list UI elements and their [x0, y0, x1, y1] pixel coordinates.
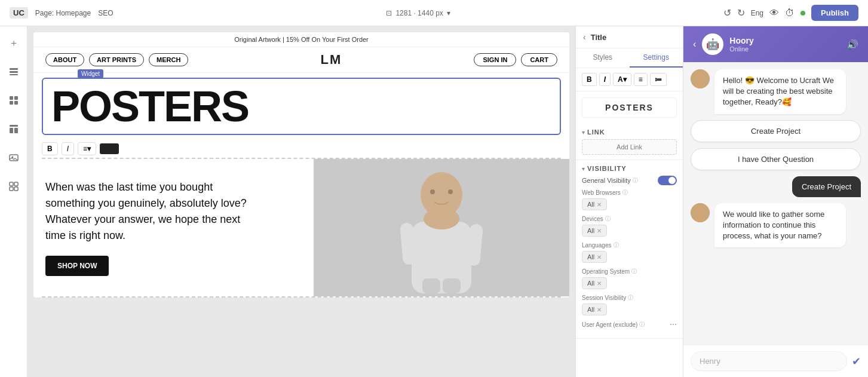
general-visibility-info-icon[interactable]: ⓘ — [633, 177, 638, 185]
user-agent-info-icon[interactable]: ⓘ — [639, 321, 645, 329]
sidebar-components-icon[interactable] — [4, 91, 23, 110]
sign-in-button[interactable]: SIGN IN — [474, 53, 516, 66]
sidebar-media-icon[interactable] — [4, 148, 23, 167]
user-message-row: Create Project — [691, 176, 861, 197]
top-bar-center: ⊡ 1281 · 1440 px ▾ — [386, 9, 450, 17]
chat-messages[interactable]: Hello! 😎 Welcome to Ucraft We will be cr… — [683, 62, 868, 345]
sidebar-add-icon[interactable]: ＋ — [4, 33, 23, 53]
languages-label: Languages ⓘ — [582, 241, 677, 249]
undo-icon[interactable]: ↺ — [723, 7, 731, 19]
resolution-chevron[interactable]: ▾ — [447, 9, 450, 17]
web-browsers-info-icon[interactable]: ⓘ — [622, 189, 628, 197]
redo-icon[interactable]: ↻ — [737, 7, 745, 19]
svg-rect-14 — [10, 187, 13, 191]
publish-button[interactable]: Publish — [811, 5, 858, 21]
bottom-section: When was the last time you bought someth… — [33, 159, 569, 296]
chat-input[interactable] — [691, 351, 847, 371]
languages-tag-remove[interactable]: ✕ — [597, 254, 602, 260]
languages-row: Languages ⓘ All ✕ — [582, 241, 677, 263]
top-bar-left: UC Page: Homepage SEO — [10, 7, 114, 19]
tagline-text: When was the last time you bought someth… — [45, 179, 260, 244]
italic-button[interactable]: I — [62, 142, 74, 155]
general-visibility-toggle[interactable] — [658, 176, 677, 185]
user-agent-row: User Agent (exclude) ⓘ ⋯ — [582, 320, 677, 329]
web-browsers-tag: All ✕ — [582, 198, 607, 210]
web-browsers-tag-remove[interactable]: ✕ — [597, 201, 602, 208]
announcement-bar: Original Artwork | 15% Off On Your First… — [33, 32, 569, 47]
add-link-button[interactable]: Add Link — [582, 139, 677, 155]
session-label: Session Visibility ⓘ — [582, 294, 677, 302]
user-agent-more-icon[interactable]: ⋯ — [670, 320, 677, 329]
tab-styles[interactable]: Styles — [576, 48, 630, 68]
merch-button[interactable]: MERCH — [149, 53, 188, 66]
left-sidebar: ＋ — [0, 26, 27, 377]
chat-online-status: Online — [729, 45, 753, 53]
format-list-unordered[interactable]: ≡ — [634, 73, 648, 86]
sidebar-widgets-icon[interactable] — [4, 177, 23, 196]
uc-logo[interactable]: UC — [10, 7, 28, 19]
svg-rect-4 — [14, 96, 18, 100]
format-list-ordered[interactable]: ≔ — [650, 73, 667, 86]
canvas-area[interactable]: Original Artwork | 15% Off On Your First… — [27, 26, 575, 377]
session-row: Session Visibility ⓘ All ✕ — [582, 294, 677, 315]
shop-now-button[interactable]: SHOP NOW — [45, 256, 109, 276]
devices-info-icon[interactable]: ⓘ — [605, 215, 611, 223]
chat-submit-icon[interactable]: ✔ — [852, 355, 861, 368]
poster-title: POSTERS — [51, 85, 551, 128]
bottom-left: When was the last time you bought someth… — [33, 159, 314, 296]
os-tag-remove[interactable]: ✕ — [597, 280, 602, 287]
bot-avatar-1 — [691, 69, 710, 88]
color-swatch[interactable] — [100, 143, 119, 154]
link-section-header[interactable]: ▾ LINK — [582, 128, 677, 136]
chat-input-area: ✔ — [683, 345, 868, 377]
svg-point-19 — [430, 189, 435, 194]
format-italic[interactable]: I — [599, 73, 611, 86]
format-bold[interactable]: B — [582, 73, 597, 86]
bottom-dashed-divider — [42, 296, 561, 298]
devices-tag-remove[interactable]: ✕ — [597, 228, 602, 234]
svg-point-18 — [424, 208, 459, 229]
panel-formatting: B I A▾ ≡ ≔ — [576, 68, 683, 91]
session-tag-remove[interactable]: ✕ — [597, 306, 602, 313]
other-question-button[interactable]: I have Other Question — [691, 148, 861, 170]
welcome-bubble: Hello! 😎 Welcome to Ucraft We will be cr… — [714, 69, 846, 114]
chat-back-button[interactable]: ‹ — [693, 39, 696, 50]
svg-rect-7 — [10, 125, 18, 127]
devices-tag: All ✕ — [582, 225, 607, 237]
visibility-label: VISIBILITY — [587, 165, 627, 172]
svg-point-29 — [696, 206, 704, 214]
panel-back-button[interactable]: ‹ — [583, 32, 586, 42]
sidebar-template-icon[interactable] — [4, 119, 23, 139]
languages-info-icon[interactable]: ⓘ — [614, 241, 619, 249]
status-dot — [800, 11, 805, 16]
format-color[interactable]: A▾ — [613, 73, 631, 86]
sidebar-layers-icon[interactable] — [4, 62, 23, 81]
visibility-section: ▾ VISIBILITY General Visibility ⓘ Web Br… — [576, 160, 683, 339]
chat-header-left: ‹ 🤖 Hoory Online — [693, 33, 754, 55]
cart-button[interactable]: CART — [521, 53, 557, 66]
website-preview: Original Artwork | 15% Off On Your First… — [33, 32, 569, 298]
poster-section[interactable]: POSTERS — [42, 78, 561, 135]
lang-flag[interactable]: Eng — [751, 9, 763, 17]
align-button[interactable]: ≡▾ — [78, 142, 96, 155]
chat-volume-icon[interactable]: 🔊 — [846, 39, 858, 50]
session-info-icon[interactable]: ⓘ — [628, 294, 633, 302]
timer-icon[interactable]: ⏱ — [785, 8, 795, 19]
os-info-icon[interactable]: ⓘ — [631, 268, 637, 275]
tab-settings[interactable]: Settings — [630, 48, 683, 68]
right-panel: ‹ Title Styles Settings B I A▾ ≡ ≔ POSTE… — [575, 26, 683, 377]
visibility-section-header[interactable]: ▾ VISIBILITY — [582, 165, 677, 172]
about-button[interactable]: ABOUT — [45, 53, 84, 66]
preview-icon[interactable]: 👁 — [769, 8, 779, 19]
chat-header: ‹ 🤖 Hoory Online 🔊 — [683, 26, 868, 62]
create-project-button[interactable]: Create Project — [691, 120, 861, 142]
seo-label[interactable]: SEO — [98, 9, 113, 17]
general-visibility-row: General Visibility ⓘ — [582, 176, 677, 185]
art-prints-button[interactable]: ART PRINTS — [89, 53, 144, 66]
svg-rect-6 — [14, 101, 18, 105]
bot-avatar-2 — [691, 203, 710, 222]
session-tag: All ✕ — [582, 304, 607, 315]
svg-rect-13 — [14, 182, 18, 186]
panel-tabs: Styles Settings — [576, 48, 683, 68]
bold-button[interactable]: B — [42, 142, 58, 155]
